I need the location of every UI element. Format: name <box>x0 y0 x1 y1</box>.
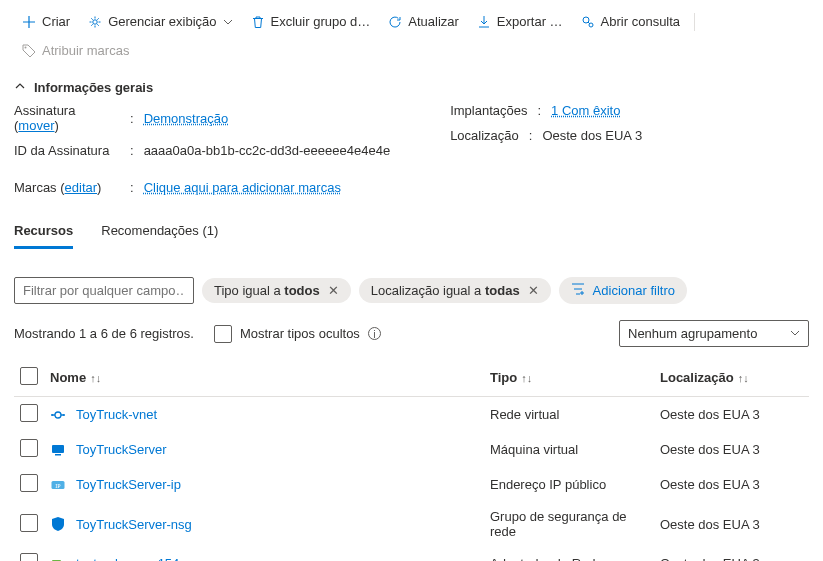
table-header-row: Nome↑↓ Tipo↑↓ Localização↑↓ <box>14 359 809 397</box>
resource-link[interactable]: ToyTruckServer <box>76 442 167 457</box>
resource-location: Oeste dos EUA 3 <box>654 502 809 546</box>
query-icon <box>581 15 595 29</box>
show-hidden-checkbox[interactable] <box>214 325 232 343</box>
add-filter-button[interactable]: Adicionar filtro <box>559 277 687 304</box>
gear-icon <box>88 15 102 29</box>
col-location[interactable]: Localização↑↓ <box>654 359 809 397</box>
edit-tags-link[interactable]: editar <box>65 180 98 195</box>
svg-point-5 <box>63 414 65 416</box>
subscription-link[interactable]: Demonstração <box>144 111 229 126</box>
subscription-key: Assinatura (mover) <box>14 103 120 133</box>
tag-icon <box>22 44 36 58</box>
sort-icon: ↑↓ <box>521 372 532 384</box>
refresh-label: Atualizar <box>408 14 459 29</box>
chevron-down-icon <box>790 326 800 341</box>
svg-point-4 <box>51 414 53 416</box>
location-row: Localização : Oeste dos EUA 3 <box>450 128 642 143</box>
toolbar: Criar Gerenciar exibição Excluir grupo d… <box>0 0 823 72</box>
status-bar: Mostrando 1 a 6 de 6 registros. Mostrar … <box>0 312 823 351</box>
tab-resources[interactable]: Recursos <box>14 223 73 249</box>
resource-type-icon <box>50 556 66 562</box>
filter-pill-location[interactable]: Localização igual a todas ✕ <box>359 278 551 303</box>
tab-recommendations[interactable]: Recomendações (1) <box>101 223 218 249</box>
manage-view-button[interactable]: Gerenciar exibição <box>80 8 240 35</box>
resource-type: Máquina virtual <box>484 432 654 467</box>
resource-type: Adaptador de Rede <box>484 546 654 561</box>
assign-tags-button: Atribuir marcas <box>14 37 137 64</box>
resource-link[interactable]: toytruckserver154 <box>76 556 179 561</box>
sort-icon: ↑↓ <box>738 372 749 384</box>
refresh-icon <box>388 15 402 29</box>
row-checkbox[interactable] <box>20 474 38 492</box>
grouping-value: Nenhum agrupamento <box>628 326 757 341</box>
resource-type: Rede virtual <box>484 397 654 433</box>
show-hidden-label: Mostrar tipos ocultos <box>240 326 360 341</box>
filter-pill-location-text: Localização igual a todas <box>371 283 520 298</box>
info-icon[interactable]: i <box>368 327 381 340</box>
section-header[interactable]: Informações gerais <box>0 72 823 99</box>
create-button[interactable]: Criar <box>14 8 78 35</box>
tags-key: Marcas (editar) <box>14 180 120 195</box>
close-icon[interactable]: ✕ <box>328 283 339 298</box>
chevron-down-icon <box>223 17 233 27</box>
subscription-id-value: aaaa0a0a-bb1b-cc2c-dd3d-eeeeee4e4e4e <box>144 143 391 158</box>
open-query-label: Abrir consulta <box>601 14 680 29</box>
filter-pill-type-text: Tipo igual a todos <box>214 283 320 298</box>
svg-rect-6 <box>52 445 64 453</box>
resource-type: Endereço IP público <box>484 467 654 502</box>
row-checkbox[interactable] <box>20 439 38 457</box>
svg-point-0 <box>93 19 97 23</box>
manage-view-label: Gerenciar exibição <box>108 14 216 29</box>
create-label: Criar <box>42 14 70 29</box>
section-title: Informações gerais <box>34 80 153 95</box>
col-name[interactable]: Nome↑↓ <box>44 359 484 397</box>
refresh-button[interactable]: Atualizar <box>380 8 467 35</box>
filter-pill-type[interactable]: Tipo igual a todos ✕ <box>202 278 351 303</box>
row-checkbox[interactable] <box>20 553 38 561</box>
table-row: ToyTruckServerMáquina virtualOeste dos E… <box>14 432 809 467</box>
chevron-up-icon <box>14 80 26 95</box>
sort-icon: ↑↓ <box>90 372 101 384</box>
subscription-id-key: ID da Assinatura <box>14 143 120 158</box>
resource-type-icon: IP <box>50 477 66 493</box>
essentials: Assinatura (mover) : Demonstração ID da … <box>0 99 823 205</box>
resource-location: Oeste dos EUA 3 <box>654 397 809 433</box>
location-key: Localização <box>450 128 519 143</box>
table-row: ToyTruckServer-nsgGrupo de segurança de … <box>14 502 809 546</box>
export-label: Exportar … <box>497 14 563 29</box>
select-all-checkbox[interactable] <box>20 367 38 385</box>
export-button[interactable]: Exportar … <box>469 8 571 35</box>
open-query-button[interactable]: Abrir consulta <box>573 8 688 35</box>
add-tags-link[interactable]: Clique aqui para adicionar marcas <box>144 180 341 195</box>
col-type[interactable]: Tipo↑↓ <box>484 359 654 397</box>
essentials-left: Assinatura (mover) : Demonstração ID da … <box>14 103 390 195</box>
record-count: Mostrando 1 a 6 de 6 registros. <box>14 326 194 341</box>
resource-type-icon <box>50 407 66 423</box>
svg-text:IP: IP <box>55 482 61 488</box>
assign-tags-label: Atribuir marcas <box>42 43 129 58</box>
resource-link[interactable]: ToyTruckServer-ip <box>76 477 181 492</box>
grouping-select[interactable]: Nenhum agrupamento <box>619 320 809 347</box>
table-row: ToyTruck-vnetRede virtualOeste dos EUA 3 <box>14 397 809 433</box>
add-filter-label: Adicionar filtro <box>593 283 675 298</box>
location-value: Oeste dos EUA 3 <box>542 128 642 143</box>
delete-group-button[interactable]: Excluir grupo d… <box>243 8 379 35</box>
resource-type: Grupo de segurança de rede <box>484 502 654 546</box>
filter-input[interactable] <box>14 277 194 304</box>
subscription-id-row: ID da Assinatura : aaaa0a0a-bb1b-cc2c-dd… <box>14 143 390 158</box>
deployments-link[interactable]: 1 Com êxito <box>551 103 620 118</box>
resource-location: Oeste dos EUA 3 <box>654 546 809 561</box>
move-link[interactable]: mover <box>18 118 54 133</box>
table-row: toytruckserver154Adaptador de RedeOeste … <box>14 546 809 561</box>
trash-icon <box>251 15 265 29</box>
resource-link[interactable]: ToyTruck-vnet <box>76 407 157 422</box>
row-checkbox[interactable] <box>20 404 38 422</box>
resource-link[interactable]: ToyTruckServer-nsg <box>76 517 192 532</box>
row-checkbox[interactable] <box>20 514 38 532</box>
table-row: IPToyTruckServer-ipEndereço IP públicoOe… <box>14 467 809 502</box>
close-icon[interactable]: ✕ <box>528 283 539 298</box>
filter-bar: Tipo igual a todos ✕ Localização igual a… <box>0 249 823 312</box>
resource-type-icon <box>50 442 66 458</box>
toolbar-divider <box>694 13 695 31</box>
svg-point-3 <box>25 46 27 48</box>
